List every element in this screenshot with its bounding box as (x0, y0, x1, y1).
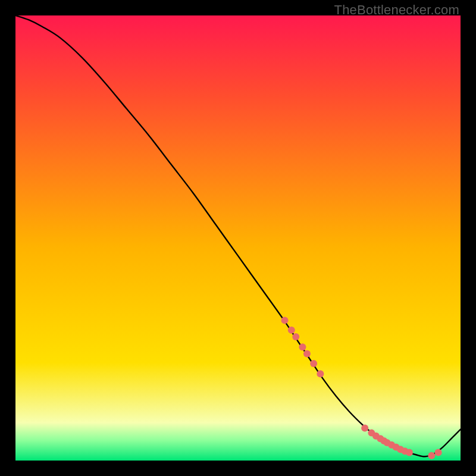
data-marker (288, 327, 295, 334)
data-marker (292, 333, 299, 340)
data-marker (406, 449, 413, 456)
data-marker (428, 452, 435, 459)
data-marker (435, 449, 442, 456)
data-marker (317, 370, 324, 377)
plot-area (15, 15, 461, 461)
data-marker (361, 424, 368, 431)
gradient-background (15, 15, 461, 461)
data-marker (281, 317, 289, 324)
data-marker (299, 343, 306, 350)
chart-container: TheBottlenecker.com (0, 0, 476, 476)
chart-svg (15, 15, 461, 461)
data-marker (310, 360, 317, 367)
data-marker (303, 350, 311, 357)
